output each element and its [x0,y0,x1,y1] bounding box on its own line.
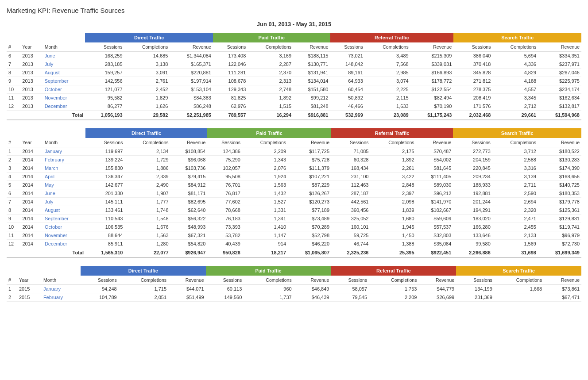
cell-2-6: 102,057 [207,164,242,173]
col-s-revenue: Revenue [538,42,581,52]
cell-6-3: 145,111 [85,198,124,206]
cell-2-5: $103,736 [170,164,208,173]
th-referral-3: Referral Traffic [331,266,456,276]
cell-1-7: 2,287 [248,60,293,69]
cell-4-10: 2,848 [370,181,416,189]
cell-0-5: $1,344,084 [170,52,213,60]
cell-2-11: $81,645 [416,164,453,173]
cell-7-11: $102,667 [416,206,453,215]
section-2015: Direct Traffic Paid Traffic Referral Tra… [7,266,581,302]
cell-0-2: January [42,285,81,293]
cell-11-2: December [43,240,85,248]
th-search-2: Search Traffic [453,128,581,138]
cell-0-10: 3,489 [365,52,410,60]
table-2014: Direct Traffic Paid Traffic Referral Tra… [7,128,581,258]
cell-5-2: November [43,94,85,102]
cell-0-12: 134,199 [456,285,494,293]
cell-11-11: $35,084 [416,240,453,248]
cell-0-4: 1,715 [119,285,168,293]
table-row: 112014November88,6441,563$67,32153,7821,… [7,231,581,240]
cell-8-3: 110,543 [85,215,124,223]
cell-5-11: $82,494 [410,94,454,102]
total-row: Total1,056,19329,582$2,251,985789,55716,… [7,111,581,120]
col-header-row-1: # Year Month Sessions Completions Revenu… [7,42,581,52]
cell-5-0: 6 [7,189,20,198]
cell-5-5: $81,171 [170,189,208,198]
cell-3-1: 2013 [20,77,43,85]
cell-6-2: July [43,198,85,206]
cell-11-1: 2014 [20,240,43,248]
cell-6-2: December [43,102,85,111]
cell-1-0: 7 [7,60,20,69]
cell-3-14: $168,656 [538,173,581,181]
cell-0-12: 272,773 [453,147,492,156]
table-row: 72013July283,1853,138$165,371122,0462,28… [7,60,581,69]
cell-0-13: 1,668 [494,285,544,293]
cell-6-13: 2,694 [492,198,538,206]
tbody-section2: 12014January119,6972,134$108,854124,3862… [7,147,581,258]
cell-2-13: 3,316 [492,164,538,173]
cell-0-7: 3,169 [248,52,293,60]
cell-3-4: 2,761 [124,77,170,85]
table-2013: Direct Traffic Paid Traffic Referral Tra… [7,33,581,120]
cell-2-4: 3,091 [124,69,170,77]
cell-3-0: 9 [7,77,20,85]
cell-2-1: 2014 [20,164,43,173]
total-cell-5: $926,947 [170,248,208,258]
cell-6-5: $82,695 [170,198,208,206]
cell-5-0: 11 [7,94,20,102]
cell-3-8: $134,014 [293,77,330,85]
cell-7-7: 1,331 [242,206,288,215]
total-cell-1 [20,111,43,120]
table-row: 22015February104,7892,051$51,499149,5601… [7,293,581,302]
col-p-sessions: Sessions [213,42,248,52]
cell-1-9: 148,042 [330,60,365,69]
cell-4-8: $87,229 [288,181,331,189]
cell-1-4: 1,729 [124,156,170,164]
cell-1-4: 3,138 [124,60,170,69]
cell-4-13: 2,711 [492,181,538,189]
cell-5-12: 192,881 [453,189,492,198]
cell-0-3: 168,259 [85,52,124,60]
cell-4-3: 121,077 [85,85,124,94]
cell-0-2: June [43,52,85,60]
cell-3-11: $111,405 [416,173,453,181]
cell-5-6: 81,825 [213,94,248,102]
cell-1-1: 2015 [17,293,42,302]
cell-5-13: 3,345 [492,94,538,102]
cell-0-14: $180,522 [538,147,581,156]
total-cell-6: 789,557 [213,111,248,120]
cell-7-6: 78,668 [207,206,242,215]
total-cell-2: Total [43,248,85,258]
cell-1-1: 2013 [20,60,43,69]
cell-4-14: $140,725 [538,181,581,189]
cell-8-8: $73,489 [288,215,331,223]
cell-8-9: 325,052 [331,215,370,223]
cell-3-13: 4,188 [492,77,538,85]
cell-10-0: 11 [7,231,20,240]
section-2014: Direct Traffic Paid Traffic Referral Tra… [7,128,581,258]
cell-1-8: $46,439 [294,293,331,302]
cell-7-2: August [43,206,85,215]
cell-1-4: 2,051 [119,293,168,302]
cell-8-5: $56,322 [170,215,208,223]
cell-4-7: 1,563 [242,181,288,189]
col-month: Month [43,42,85,52]
cell-5-1: 2013 [20,94,43,102]
total-cell-11: $1,175,243 [410,111,454,120]
cell-2-7: 2,076 [242,164,288,173]
cell-8-12: 183,020 [453,215,492,223]
cell-10-12: 133,646 [453,231,492,240]
cell-3-14: $225,975 [538,77,581,85]
cell-1-0: 2 [7,156,20,164]
cell-0-2: January [43,147,85,156]
cell-6-6: 62,976 [213,102,248,111]
cell-5-3: 201,330 [85,189,124,198]
cell-4-0: 10 [7,85,20,94]
cell-0-10: 1,753 [369,285,418,293]
th-referral-2: Referral Traffic [331,128,453,138]
cell-3-4: 2,339 [124,173,170,181]
cell-6-7: 1,515 [248,102,293,111]
cell-1-5: $51,499 [168,293,206,302]
total-cell-7: 16,294 [248,111,293,120]
